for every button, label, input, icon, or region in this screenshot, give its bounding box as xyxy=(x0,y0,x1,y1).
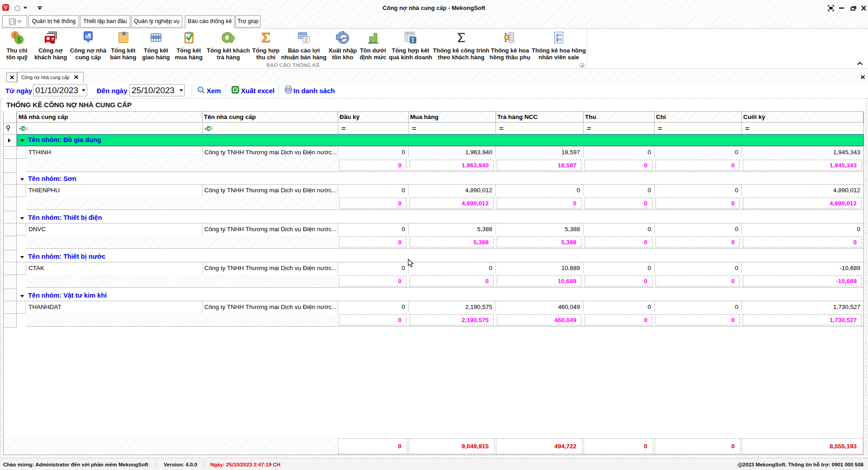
svg-text:B: B xyxy=(208,127,211,131)
svg-text:C: C xyxy=(211,127,213,131)
svg-text:C: C xyxy=(25,127,28,131)
svg-text:A: A xyxy=(204,127,207,131)
svg-text:B: B xyxy=(23,127,25,131)
svg-text:A: A xyxy=(19,127,22,131)
svg-text:$: $ xyxy=(17,36,21,43)
